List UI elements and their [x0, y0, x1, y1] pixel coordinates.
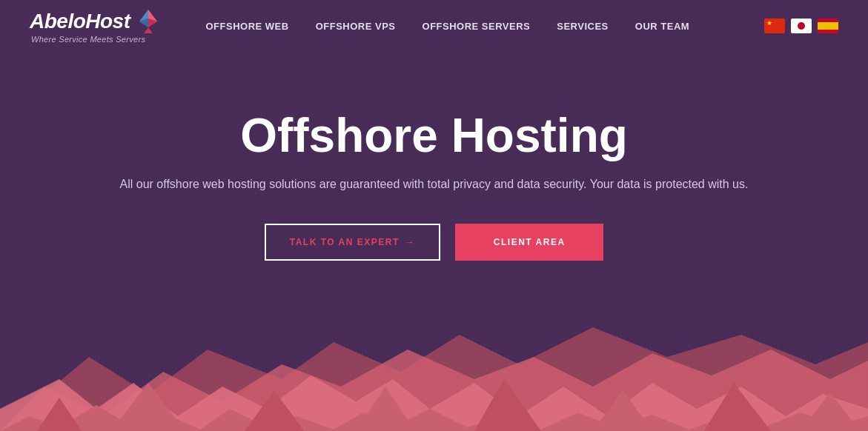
- svg-marker-5: [144, 27, 153, 33]
- nav-links: OFFSHORE WEB OFFSHORE VPS OFFSHORE SERVE…: [206, 21, 750, 32]
- hero-section: Offshore Hosting All our offshore web ho…: [0, 52, 868, 304]
- logo-tagline: Where Service Meets Servers: [31, 35, 145, 44]
- flag-chinese[interactable]: [764, 19, 785, 33]
- logo-name: AbeloHost: [30, 10, 130, 33]
- nav-services[interactable]: SERVICES: [557, 21, 609, 32]
- arrow-icon: →: [405, 237, 416, 247]
- language-flags: [764, 19, 838, 33]
- nav-offshore-vps[interactable]: OFFSHORE VPS: [316, 21, 396, 32]
- client-area-label: CLIENT AREA: [494, 237, 566, 247]
- flag-japanese[interactable]: [791, 19, 812, 33]
- talk-to-expert-label: TALK TO AN EXPERT: [290, 237, 400, 247]
- hero-buttons: TALK TO AN EXPERT → CLIENT AREA: [265, 224, 603, 261]
- hero-title: Offshore Hosting: [240, 110, 628, 161]
- nav-our-team[interactable]: OUR TEAM: [635, 21, 689, 32]
- flag-spanish[interactable]: [818, 19, 838, 33]
- logo[interactable]: AbeloHost Where Service Meets Servers: [30, 8, 162, 44]
- main-nav: AbeloHost Where Service Meets Servers OF…: [0, 0, 868, 52]
- client-area-button[interactable]: CLIENT AREA: [455, 224, 603, 261]
- hero-subtitle: All our offshore web hosting solutions a…: [120, 175, 749, 194]
- nav-offshore-web[interactable]: OFFSHORE WEB: [206, 21, 289, 32]
- talk-to-expert-button[interactable]: TALK TO AN EXPERT →: [265, 224, 440, 261]
- logo-icon: [135, 8, 162, 35]
- nav-offshore-servers[interactable]: OFFSHORE SERVERS: [423, 21, 531, 32]
- mountain-decoration: [0, 313, 868, 431]
- mountain-svg: [0, 313, 868, 431]
